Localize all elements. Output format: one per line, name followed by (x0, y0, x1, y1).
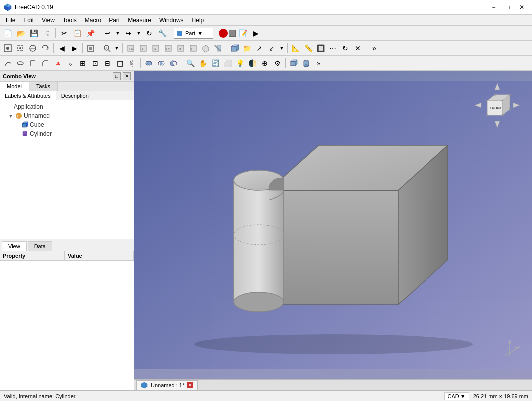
part-cube-button[interactable] (288, 57, 300, 69)
import-dropdown[interactable]: ▼ (278, 42, 285, 54)
doc-tab-unnamed[interactable]: Unnamed : 1* ✕ (136, 380, 198, 390)
part-sweep[interactable] (2, 57, 14, 69)
copy-button[interactable]: 📋 (71, 27, 83, 39)
undo-dropdown[interactable]: ▼ (114, 27, 121, 39)
expand-unnamed[interactable]: ▼ (8, 113, 14, 119)
part-subtract[interactable] (168, 57, 180, 69)
restore-button[interactable]: □ (501, 2, 514, 13)
zoom-dropdown[interactable]: ▼ (113, 42, 120, 54)
save-button[interactable]: 💾 (28, 27, 40, 39)
menu-tools[interactable]: Tools (59, 16, 81, 25)
part-box-button[interactable] (228, 42, 240, 54)
redo-dropdown[interactable]: ▼ (135, 27, 142, 39)
nav-forward-button[interactable]: ▶ (68, 42, 80, 54)
view-zoom-in[interactable]: 🔍 (184, 57, 196, 69)
tab-labels-attributes[interactable]: Labels & Attributes (0, 91, 56, 100)
cut-button[interactable]: ✂ (58, 27, 70, 39)
view-pan[interactable]: ✋ (197, 57, 209, 69)
menu-help[interactable]: Help (188, 16, 208, 25)
fit-all-button[interactable] (2, 42, 14, 54)
close-button[interactable]: ✕ (515, 2, 528, 13)
part-intersect[interactable] (155, 57, 167, 69)
combo-close-button[interactable]: ✕ (123, 72, 131, 80)
print-button[interactable]: 🖨 (41, 27, 53, 39)
export-button[interactable]: ↗ (253, 42, 265, 54)
part-offset2d[interactable]: ⊟ (102, 57, 113, 69)
tree-item-unnamed[interactable]: ▼ U Unnamed (0, 111, 134, 120)
combo-float-button[interactable]: □ (113, 72, 121, 80)
sync-view-button[interactable] (39, 42, 51, 54)
fit-selection-button[interactable] (14, 42, 26, 54)
menu-part[interactable]: Part (105, 16, 124, 25)
draw-style-button[interactable] (27, 42, 39, 54)
view-bbox[interactable]: ⬜ (221, 57, 233, 69)
expand-cube[interactable] (14, 122, 20, 128)
open-button[interactable]: 📂 (15, 27, 27, 39)
tree-item-cylinder[interactable]: Cylinder (0, 129, 134, 138)
part-union[interactable] (143, 57, 155, 69)
stop-button[interactable] (229, 30, 236, 37)
menu-view[interactable]: View (38, 16, 59, 25)
nav-back-button[interactable]: ◀ (56, 42, 68, 54)
expand-cylinder[interactable] (14, 131, 20, 137)
part-mirror[interactable] (126, 57, 138, 69)
viewport[interactable]: FRONT Z (134, 71, 532, 379)
undo-button[interactable]: ↩ (102, 27, 113, 39)
measure-refresh[interactable]: ↻ (339, 42, 351, 54)
record-button[interactable] (219, 29, 228, 38)
doc-tab-close[interactable]: ✕ (187, 382, 193, 388)
clipping-button[interactable] (212, 42, 224, 54)
tab-model[interactable]: Model (0, 82, 29, 91)
view-left-button[interactable]: L (187, 42, 199, 54)
part-folder-button[interactable]: 📁 (241, 42, 253, 54)
view-settings[interactable]: ⚙ (271, 57, 283, 69)
expand-application[interactable] (8, 104, 14, 110)
part-thickness[interactable]: ◫ (114, 57, 126, 69)
part-cylinder-button[interactable] (300, 57, 312, 69)
view-shadows[interactable]: 🌓 (246, 57, 258, 69)
more-tools-button[interactable]: » (368, 42, 380, 54)
view-iso-button[interactable] (200, 42, 212, 54)
import-button[interactable]: ↙ (266, 42, 278, 54)
tab-view[interactable]: View (2, 241, 27, 251)
view-right-button[interactable]: R (150, 42, 162, 54)
part-revolve[interactable] (14, 57, 26, 69)
view-lights[interactable]: 💡 (234, 57, 246, 69)
new-button[interactable]: 📄 (2, 27, 14, 39)
orientation-cube[interactable]: FRONT (472, 81, 522, 130)
part-face-from-wire[interactable]: 🔺 (52, 57, 64, 69)
redo-button[interactable]: ↪ (122, 27, 134, 39)
menu-macro[interactable]: Macro (81, 16, 105, 25)
menu-windows[interactable]: Windows (155, 16, 188, 25)
view-axis[interactable]: ⊕ (259, 57, 271, 69)
menu-edit[interactable]: Edit (19, 16, 38, 25)
macro-run-button[interactable]: ▶ (250, 27, 262, 39)
tab-data[interactable]: Data (28, 241, 52, 251)
part-fillet[interactable] (27, 57, 39, 69)
part-chamfer[interactable] (39, 57, 51, 69)
tree-item-cube[interactable]: Cube (0, 120, 134, 129)
tab-description[interactable]: Description (56, 91, 94, 100)
tab-tasks[interactable]: Tasks (29, 82, 58, 91)
workbench-dropdown[interactable]: Part ▼ (174, 28, 213, 39)
menu-file[interactable]: File (2, 16, 19, 25)
measure-face[interactable]: 🔲 (315, 42, 326, 54)
minimize-button[interactable]: − (487, 2, 500, 13)
view-top-button[interactable]: T (137, 42, 149, 54)
part-section[interactable]: ⬦ (64, 57, 76, 69)
part-offset3d[interactable]: ⊡ (89, 57, 101, 69)
view-front-button[interactable]: FR (125, 42, 137, 54)
zoom-area-button[interactable]: + (101, 42, 113, 54)
more-part-button[interactable]: » (313, 57, 324, 69)
view-rear-button[interactable]: RE (162, 42, 174, 54)
view-bottom-button[interactable]: B (175, 42, 187, 54)
paste-button[interactable]: 📌 (84, 27, 96, 39)
menu-measure[interactable]: Measure (124, 16, 155, 25)
macro-edit-button[interactable]: 📝 (237, 27, 249, 39)
measure-angle[interactable]: 📐 (290, 42, 302, 54)
part-cross-section[interactable]: ⊞ (77, 57, 89, 69)
tree-item-application[interactable]: Application (0, 102, 134, 111)
view-rotate[interactable]: 🔄 (209, 57, 221, 69)
status-cad-dropdown[interactable]: CAD ▼ (444, 392, 469, 400)
refresh-button[interactable]: ↻ (143, 27, 155, 39)
